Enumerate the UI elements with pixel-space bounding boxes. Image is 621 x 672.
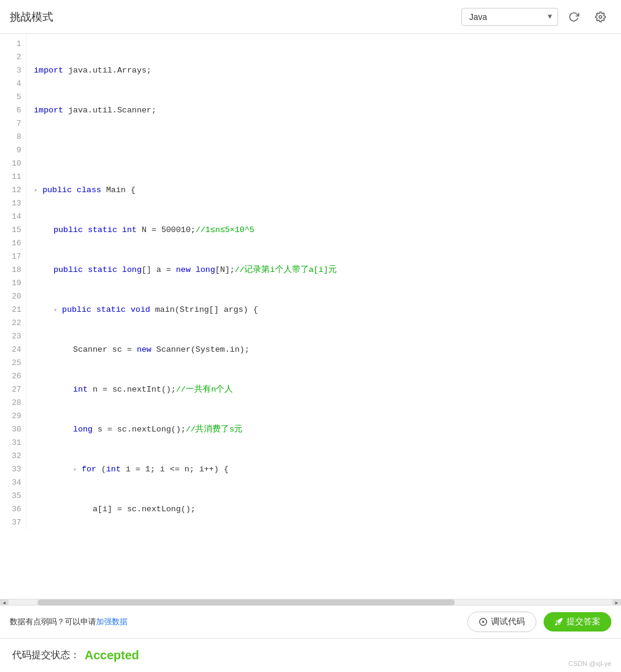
result-area: 代码提交状态： Accepted CSDN @xjl-ye	[0, 639, 621, 672]
code-line-3	[34, 144, 614, 157]
line-num-22: 22	[5, 317, 21, 330]
page-title: 挑战模式	[10, 10, 53, 24]
line-num-17: 17	[5, 250, 21, 263]
horizontal-scrollbar[interactable]: ◀ ▶	[0, 599, 621, 606]
footer-actions: 调试代码 提交答案	[467, 612, 611, 632]
line-num-14: 14	[5, 210, 21, 224]
line-num-18: 18	[5, 263, 21, 277]
line-num-35: 35	[5, 489, 21, 503]
line-num-6: 6	[5, 104, 21, 117]
debug-button[interactable]: 调试代码	[467, 612, 536, 632]
code-line-4: ▾ public class Main {	[34, 184, 614, 197]
line-num-3: 3	[5, 64, 21, 77]
line-num-20: 20	[5, 290, 21, 303]
line-num-33: 33	[5, 463, 21, 476]
gear-icon	[595, 11, 606, 22]
line-numbers: 1 2 3 4 5 6 7 8 9 10 11 12 13 14 15 16 1…	[0, 34, 27, 529]
code-line-7: ▾ public static void main(String[] args)…	[34, 303, 614, 317]
line-num-2: 2	[5, 51, 21, 64]
line-num-4: 4	[5, 77, 21, 91]
watermark: CSDN @xjl-ye	[568, 660, 611, 667]
footer-left-text: 数据有点弱吗？可以申请加强数据	[10, 616, 128, 627]
scroll-left-icon[interactable]: ◀	[0, 599, 8, 606]
line-num-21: 21	[5, 303, 21, 317]
footer-bar: 数据有点弱吗？可以申请加强数据 调试代码 提交答案	[0, 606, 621, 639]
line-num-30: 30	[5, 423, 21, 436]
line-num-19: 19	[5, 277, 21, 290]
line-num-10: 10	[5, 157, 21, 170]
line-num-24: 24	[5, 343, 21, 357]
line-num-16: 16	[5, 237, 21, 250]
settings-button[interactable]	[590, 6, 611, 28]
scrollbar-thumb[interactable]	[37, 599, 455, 606]
line-num-9: 9	[5, 144, 21, 157]
code-line-2: import java.util.Scanner;	[34, 104, 614, 117]
code-line-8: Scanner sc = new Scanner(System.in);	[34, 343, 614, 357]
refresh-button[interactable]	[563, 6, 585, 28]
line-num-5: 5	[5, 91, 21, 104]
line-num-31: 31	[5, 436, 21, 450]
line-num-29: 29	[5, 410, 21, 423]
code-line-5: public static int N = 500010;//1≤n≤5×10^…	[34, 224, 614, 237]
scroll-right-icon[interactable]: ▶	[613, 599, 621, 606]
result-status: Accepted	[85, 648, 139, 662]
code-content[interactable]: import java.util.Arrays; import java.uti…	[27, 34, 621, 529]
line-num-23: 23	[5, 330, 21, 343]
line-num-36: 36	[5, 503, 21, 516]
code-scroll-container[interactable]: 1 2 3 4 5 6 7 8 9 10 11 12 13 14 15 16 1…	[0, 34, 621, 529]
code-editor[interactable]: 1 2 3 4 5 6 7 8 9 10 11 12 13 14 15 16 1…	[0, 34, 621, 599]
line-num-7: 7	[5, 117, 21, 131]
result-row: 代码提交状态： Accepted	[12, 648, 609, 662]
debug-label: 调试代码	[491, 616, 525, 627]
line-num-27: 27	[5, 383, 21, 396]
line-num-13: 13	[5, 197, 21, 210]
submit-label: 提交答案	[567, 616, 600, 627]
language-selector-wrap: Java C++ Python C ▼	[461, 8, 558, 26]
line-num-28: 28	[5, 396, 21, 410]
line-num-25: 25	[5, 357, 21, 370]
line-num-1: 1	[5, 37, 21, 51]
submit-button[interactable]: 提交答案	[544, 612, 611, 632]
code-line-1: import java.util.Arrays;	[34, 64, 614, 77]
code-line-12: a[i] = sc.nextLong();	[34, 503, 614, 516]
code-line-9: int n = sc.nextInt();//一共有n个人	[34, 383, 614, 396]
svg-marker-2	[483, 621, 485, 624]
language-select[interactable]: Java C++ Python C	[461, 8, 558, 26]
code-line-10: long s = sc.nextLong();//共消费了s元	[34, 423, 614, 436]
header-controls: Java C++ Python C ▼	[461, 6, 611, 28]
line-num-15: 15	[5, 224, 21, 237]
line-num-34: 34	[5, 476, 21, 489]
line-num-11: 11	[5, 170, 21, 184]
line-num-12: 12	[5, 184, 21, 197]
header: 挑战模式 Java C++ Python C ▼	[0, 0, 621, 34]
result-label: 代码提交状态：	[12, 649, 80, 662]
code-line-6: public static long[] a = new long[N];//记…	[34, 263, 614, 277]
refresh-icon	[568, 11, 579, 22]
weak-data-text: 数据有点弱吗？可以申请	[10, 617, 96, 626]
code-line-11: ▾ for (int i = 1; i <= n; i++) {	[34, 463, 614, 476]
line-num-26: 26	[5, 370, 21, 383]
line-num-32: 32	[5, 450, 21, 463]
rocket-icon	[554, 618, 563, 626]
line-num-8: 8	[5, 131, 21, 144]
line-num-37: 37	[5, 516, 21, 529]
play-icon	[479, 618, 487, 626]
svg-point-0	[599, 15, 602, 18]
strengthen-data-link[interactable]: 加强数据	[96, 617, 128, 626]
